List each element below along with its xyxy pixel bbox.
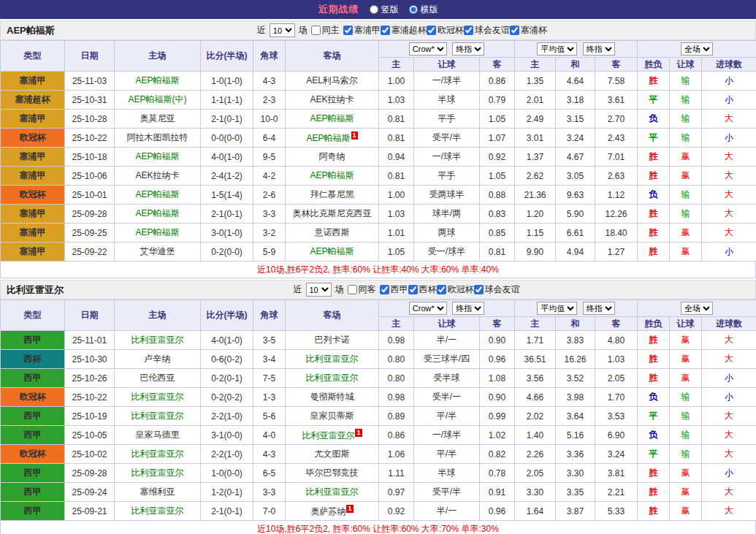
league-badge: 塞浦甲 — [1, 243, 65, 262]
league-filter-checkbox[interactable] — [343, 26, 353, 35]
matches-table: 类型 日期 主场 比分(半场) 角球 客场 Crow* 终指 平均值 终指 — [0, 40, 756, 262]
odds-away: 1.07 — [480, 129, 515, 148]
layout-horizontal-option[interactable]: 横版 — [409, 4, 438, 16]
same-venue-option[interactable]: 同主 — [311, 24, 340, 37]
home-team-name: 艾华迪堡 — [140, 246, 175, 256]
score: 0-6(0-2) — [201, 350, 253, 369]
league-filter-checkbox[interactable] — [474, 285, 484, 294]
scope-select[interactable]: 全场 — [681, 42, 713, 56]
match-row: 西杯25-10-30卢辛纳0-6(0-2)3-4比利亚雷亚尔0.80受三球半/四… — [1, 350, 756, 369]
league-filter-checkbox[interactable] — [381, 26, 390, 35]
avg-home: 4.66 — [515, 388, 556, 407]
layout-vertical-option[interactable]: 竖版 — [370, 4, 399, 16]
avg-source-select[interactable]: 平均值 — [537, 42, 577, 56]
goals-result-cell: 小 — [702, 72, 756, 91]
horizontal-radio[interactable] — [409, 5, 418, 14]
team-section: AEP帕福斯 近 10 场 同主 塞浦甲塞浦超杯欧冠杯球会友谊塞浦杯 — [0, 20, 756, 278]
league-filter-checkbox[interactable] — [408, 285, 418, 294]
handicap-result-cell: 输 — [670, 388, 702, 407]
handicap-result-cell: 赢 — [670, 148, 702, 167]
league-filter-label: 欧冠杯 — [438, 24, 464, 37]
league-filter-option[interactable]: 塞浦杯 — [510, 24, 547, 37]
same-venue-option[interactable]: 同客 — [348, 283, 376, 296]
league-filter-option[interactable]: 欧冠杯 — [427, 24, 464, 37]
odds-away: 0.92 — [480, 148, 515, 167]
league-filter-option[interactable]: 球会友谊 — [474, 283, 520, 296]
league-filter-option[interactable]: 球会友谊 — [464, 24, 510, 37]
league-badge: 西甲 — [1, 464, 65, 483]
corner-score: 4-3 — [253, 445, 286, 464]
league-filter-label: 球会友谊 — [485, 283, 520, 296]
home-team: 塞维利亚 — [115, 483, 201, 502]
subcol-odds-away: 客 — [480, 317, 515, 331]
league-filter-option[interactable]: 西杯 — [408, 283, 437, 296]
recent-count-select[interactable]: 10 — [306, 283, 332, 297]
avg-away: 3.24 — [595, 445, 638, 464]
avg-source-select[interactable]: 平均值 — [537, 302, 577, 315]
subcol-handicap-result: 让球 — [670, 58, 702, 72]
result-cell: 胜 — [638, 167, 670, 186]
score: 4-0(1-0) — [201, 331, 253, 350]
corner-score: 3-2 — [253, 224, 286, 243]
result-cell: 胜 — [638, 224, 670, 243]
odds-time-select[interactable]: 终指 — [452, 42, 484, 56]
subcol-avg-away: 客 — [595, 58, 638, 72]
league-filter-option[interactable]: 欧冠杯 — [437, 283, 474, 296]
league-filter-checkbox[interactable] — [437, 285, 446, 294]
avg-home: 3.56 — [515, 369, 556, 388]
home-team: AEP帕福斯 — [115, 186, 201, 205]
away-team-name: 奥萨苏纳 — [310, 506, 345, 516]
away-team: 皇家贝蒂斯 — [286, 407, 379, 426]
league-badge: 欧冠杯 — [1, 445, 65, 464]
same-venue-checkbox[interactable] — [311, 26, 321, 35]
away-team: AEP帕福斯1 — [286, 129, 379, 148]
match-date: 25-10-19 — [65, 407, 115, 426]
corner-score: 1-3 — [253, 388, 286, 407]
corner-score: 3-3 — [253, 483, 286, 502]
handicap-result-cell: 输 — [670, 407, 702, 426]
odds-away: 1.05 — [480, 167, 515, 186]
summary-line: 近10场,胜6平2负2, 胜率:60% 让胜率:40% 大率:60% 单率:40… — [0, 262, 756, 278]
matches-tbody: 西甲25-11-01比利亚雷亚尔4-0(1-0)3-5巴列卡诺0.98半/一0.… — [1, 331, 756, 521]
match-row: 塞浦甲25-09-22艾华迪堡0-2(0-0)5-9AEP帕福斯1.05受一/球… — [1, 243, 756, 262]
scope-select[interactable]: 全场 — [681, 302, 713, 315]
odds-time-select[interactable]: 终指 — [452, 302, 484, 315]
league-filter-option[interactable]: 西甲 — [380, 283, 408, 296]
avg-away: 1.12 — [595, 186, 638, 205]
col-header-score: 比分(半场) — [201, 300, 253, 331]
league-filter-checkbox[interactable] — [510, 26, 519, 35]
same-venue-checkbox[interactable] — [348, 285, 357, 294]
league-filter-option[interactable]: 塞浦甲 — [343, 24, 381, 37]
subcol-avg-draw: 和 — [556, 317, 595, 331]
vertical-radio-label: 竖版 — [381, 4, 399, 16]
avg-draw: 3.15 — [556, 110, 595, 129]
matches-table: 类型 日期 主场 比分(半场) 角球 客场 Crow* 终指 平均值 终指 — [0, 300, 756, 521]
avg-time-select[interactable]: 终指 — [583, 302, 615, 315]
recent-count-select[interactable]: 10 — [270, 23, 295, 37]
league-badge: 西甲 — [1, 331, 65, 350]
league-filter-checkbox[interactable] — [380, 285, 389, 294]
league-filter-option[interactable]: 塞浦超杯 — [381, 24, 427, 37]
odds-source-select[interactable]: Crow* — [409, 302, 447, 315]
result-cell: 胜 — [638, 502, 670, 521]
odds-home: 0.94 — [379, 148, 414, 167]
goals-result-cell: 大 — [702, 445, 756, 464]
odds-home: 1.03 — [379, 205, 414, 224]
vertical-radio[interactable] — [370, 5, 378, 14]
odds-source-select[interactable]: Crow* — [409, 42, 447, 56]
match-date: 25-10-18 — [65, 148, 115, 167]
odds-home: 1.03 — [379, 91, 414, 110]
odds-home: 0.80 — [379, 369, 414, 388]
result-cell: 胜 — [638, 148, 670, 167]
odds-home: 0.81 — [379, 110, 414, 129]
avg-time-select[interactable]: 终指 — [583, 42, 615, 56]
home-team-name: 卢辛纳 — [145, 354, 171, 364]
match-row: 西甲25-11-01比利亚雷亚尔4-0(1-0)3-5巴列卡诺0.98半/一0.… — [1, 331, 756, 350]
odds-away: 0.81 — [480, 243, 515, 262]
league-filter-checkbox[interactable] — [464, 26, 473, 35]
match-row: 西甲25-09-28比利亚雷亚尔1-0(0-0)6-5毕尔巴鄂竞技1.11半球0… — [1, 464, 756, 483]
handicap-line: 两球 — [414, 224, 480, 243]
league-filter-checkbox[interactable] — [427, 26, 436, 35]
home-team: 比利亚雷亚尔 — [115, 464, 201, 483]
handicap-result-cell: 赢 — [670, 167, 702, 186]
